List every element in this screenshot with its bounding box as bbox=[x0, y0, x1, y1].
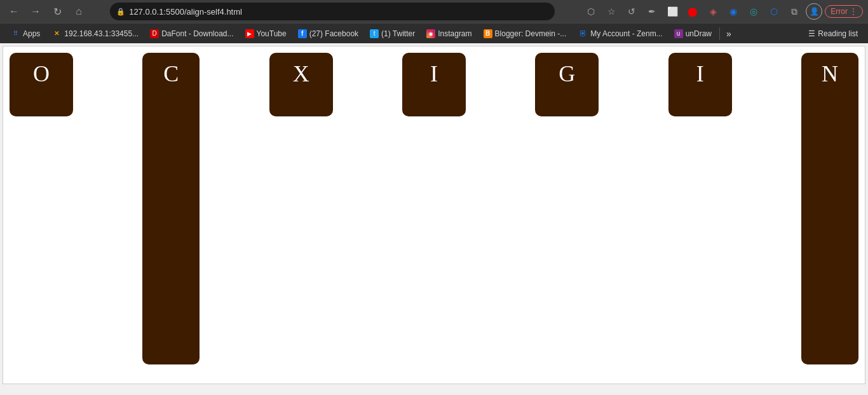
facebook-icon: f bbox=[298, 29, 307, 38]
extension3-button[interactable]: ◎ bbox=[745, 3, 763, 20]
box-O-letter: O bbox=[33, 60, 50, 87]
box-container: O C X I G I N bbox=[10, 53, 858, 377]
extension2-button[interactable]: ◉ bbox=[724, 3, 742, 20]
bookmark-youtube[interactable]: ▶ YouTube bbox=[240, 28, 292, 39]
box-X-letter: X bbox=[293, 60, 309, 87]
box-O: O bbox=[10, 53, 73, 116]
box-G: G bbox=[535, 53, 599, 116]
error-menu-icon: ⋮ bbox=[850, 7, 857, 16]
browser-chrome: ← → ↻ ⌂ 🔒 127.0.0.1:5500/align-self4.htm… bbox=[0, 0, 868, 43]
extension1-button[interactable]: ◈ bbox=[704, 3, 722, 20]
forward-button[interactable]: → bbox=[27, 3, 44, 20]
lock-icon: 🔒 bbox=[116, 8, 125, 16]
box-N: N bbox=[801, 53, 858, 364]
box-C: C bbox=[142, 53, 200, 364]
reload-button[interactable]: ↻ bbox=[48, 3, 66, 20]
address-bar-container: 🔒 127.0.0.1:5500/align-self4.html bbox=[110, 3, 555, 20]
bookmark-star-button[interactable]: ☆ bbox=[602, 3, 620, 20]
box-I2: I bbox=[668, 53, 732, 116]
local-icon: ✕ bbox=[51, 29, 62, 39]
bookmark-zenm-label: My Account - Zenm... bbox=[590, 29, 662, 38]
blogger-icon: B bbox=[484, 29, 492, 38]
address-bar-text[interactable]: 127.0.0.1:5500/align-self4.html bbox=[129, 7, 548, 17]
lastpass-button[interactable]: ⬤ bbox=[684, 3, 702, 20]
bookmark-dafont[interactable]: D DaFont - Download... bbox=[145, 28, 238, 39]
history-button[interactable]: ↺ bbox=[623, 3, 641, 20]
error-button[interactable]: Error ⋮ bbox=[825, 5, 863, 18]
bookmark-dafont-label: DaFont - Download... bbox=[161, 29, 233, 38]
error-label: Error bbox=[831, 7, 848, 16]
bookmark-local-label: 192.168.43.1:33455... bbox=[64, 29, 139, 38]
youtube-icon: ▶ bbox=[245, 29, 254, 38]
extensions-puzzle-button[interactable]: ⧉ bbox=[785, 3, 803, 20]
bookmarks-bar: ⠿ Apps ✕ 192.168.43.1:33455... D DaFont … bbox=[0, 23, 868, 43]
share-button[interactable]: ⬡ bbox=[582, 3, 600, 20]
bookmark-youtube-label: YouTube bbox=[257, 29, 287, 38]
dafont-icon: D bbox=[150, 29, 159, 38]
feather-button[interactable]: ✒ bbox=[643, 3, 661, 20]
bookmark-zenm[interactable]: ⛨ My Account - Zenm... bbox=[573, 27, 667, 40]
profile-button[interactable]: 👤 bbox=[806, 3, 822, 20]
apps-icon: ⠿ bbox=[10, 29, 20, 39]
reading-list-icon: ☰ bbox=[808, 29, 815, 38]
bookmark-apps[interactable]: ⠿ Apps bbox=[5, 27, 45, 40]
browser-actions: ⬡ ☆ ↺ ✒ ⬜ ⬤ ◈ ◉ ◎ ⬡ ⧉ 👤 Error ⋮ bbox=[582, 3, 863, 20]
extension4-button[interactable]: ⬡ bbox=[765, 3, 783, 20]
twitter-icon: t bbox=[370, 29, 379, 38]
screenshot-button[interactable]: ⬜ bbox=[663, 3, 681, 20]
shield-icon: ⛨ bbox=[578, 29, 588, 39]
box-I-letter: I bbox=[430, 60, 438, 87]
bookmark-facebook-label: (27) Facebook bbox=[309, 29, 358, 38]
box-X: X bbox=[269, 53, 333, 116]
bookmark-blogger[interactable]: B Blogger: Devmein -... bbox=[478, 28, 572, 39]
box-I: I bbox=[402, 53, 466, 116]
reading-list-button[interactable]: ☰ Reading list bbox=[803, 28, 863, 39]
instagram-icon: ◉ bbox=[426, 29, 435, 38]
box-G-letter: G bbox=[559, 60, 575, 87]
box-I2-letter: I bbox=[696, 60, 704, 87]
bookmark-local[interactable]: ✕ 192.168.43.1:33455... bbox=[46, 27, 144, 40]
bookmark-facebook[interactable]: f (27) Facebook bbox=[293, 28, 363, 39]
bookmarks-more-button[interactable]: » bbox=[722, 27, 735, 40]
box-C-letter: C bbox=[163, 60, 179, 87]
bookmark-instagram[interactable]: ◉ Instagram bbox=[421, 28, 477, 39]
box-N-letter: N bbox=[822, 60, 838, 87]
bookmark-twitter[interactable]: t (1) Twitter bbox=[365, 28, 420, 39]
bookmarks-divider bbox=[719, 27, 720, 40]
bookmark-instagram-label: Instagram bbox=[438, 29, 471, 38]
undraw-icon: u bbox=[674, 29, 683, 38]
home-button[interactable]: ⌂ bbox=[70, 3, 88, 20]
bookmark-undraw-label: unDraw bbox=[686, 29, 712, 38]
reading-list-label: Reading list bbox=[818, 29, 858, 38]
browser-top-bar: ← → ↻ ⌂ 🔒 127.0.0.1:5500/align-self4.htm… bbox=[0, 0, 868, 23]
back-button[interactable]: ← bbox=[5, 3, 23, 20]
bookmark-twitter-label: (1) Twitter bbox=[381, 29, 415, 38]
bookmark-blogger-label: Blogger: Devmein -... bbox=[495, 29, 567, 38]
bookmark-undraw[interactable]: u unDraw bbox=[669, 28, 717, 39]
bookmark-apps-label: Apps bbox=[23, 29, 40, 38]
page-content: O C X I G I N bbox=[3, 46, 865, 384]
